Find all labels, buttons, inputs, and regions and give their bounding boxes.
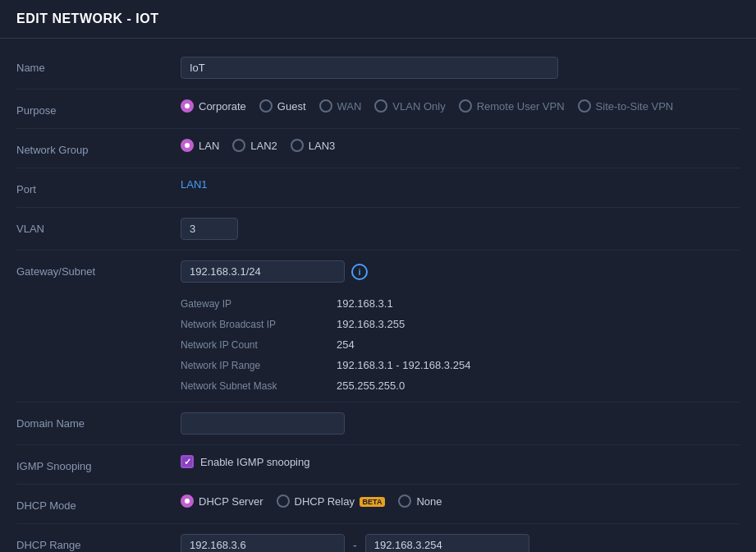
dhcp-server-option[interactable]: DHCP Server [181, 494, 263, 508]
page-container: EDIT NETWORK - IOT Name Purpose Corporat… [0, 0, 756, 552]
port-row: Port LAN1 [16, 168, 740, 208]
igmp-checkbox-label: Enable IGMP snooping [200, 456, 309, 468]
ip-count-label: Network IP Count [181, 339, 337, 351]
radio-label-dhcp-relay: DHCP Relay BETA [295, 495, 386, 508]
vlan-row: VLAN [16, 208, 740, 251]
network-group-lan3[interactable]: LAN3 [291, 139, 336, 152]
ip-count-value: 254 [337, 338, 355, 351]
dhcp-none-option[interactable]: None [398, 494, 442, 508]
page-header: EDIT NETWORK - IOT [0, 0, 756, 39]
radio-dot-lan3 [291, 139, 304, 152]
gateway-subnet-row: Gateway/Subnet i Gateway IP 192.168.3.1 … [16, 251, 740, 402]
gateway-ip-value: 192.168.3.1 [337, 297, 393, 310]
form-body: Name Purpose Corporate Guest WAN [0, 39, 756, 552]
ip-range-value: 192.168.3.1 - 192.168.3.254 [337, 359, 470, 371]
radio-label-lan: LAN [199, 140, 219, 152]
dhcp-mode-row: DHCP Mode DHCP Server DHCP Relay BETA No… [16, 485, 740, 524]
radio-dot-dhcp-none [398, 494, 411, 508]
purpose-vlan-only[interactable]: VLAN Only [374, 99, 445, 113]
radio-dot-lan [181, 139, 194, 152]
range-separator: - [353, 539, 357, 552]
domain-name-input[interactable] [181, 412, 345, 435]
radio-label-corporate: Corporate [199, 100, 246, 113]
network-group-radio-group: LAN LAN2 LAN3 [181, 139, 740, 152]
gateway-subnet-label: Gateway/Subnet [16, 260, 181, 278]
name-label: Name [16, 57, 181, 74]
broadcast-ip-row: Network Broadcast IP 192.168.3.255 [181, 318, 470, 330]
gateway-control-area: i Gateway IP 192.168.3.1 Network Broadca… [181, 260, 740, 392]
purpose-label: Purpose [16, 99, 181, 117]
radio-label-lan2: LAN2 [250, 140, 277, 152]
dhcp-range-end-input[interactable] [365, 534, 529, 552]
network-group-label: Network Group [16, 139, 181, 156]
port-value: LAN1 [181, 178, 208, 191]
ip-count-row: Network IP Count 254 [181, 338, 470, 351]
domain-name-row: Domain Name [16, 402, 740, 445]
gateway-details: Gateway IP 192.168.3.1 Network Broadcast… [181, 297, 470, 392]
igmp-checkbox-box [181, 455, 194, 468]
radio-label-vlan-only: VLAN Only [392, 100, 445, 113]
igmp-checkbox[interactable]: Enable IGMP snooping [181, 455, 309, 468]
vlan-control-area [181, 218, 740, 240]
info-icon[interactable]: i [351, 264, 368, 280]
radio-dot-corporate [181, 99, 194, 113]
radio-dot-guest [259, 99, 273, 113]
radio-label-lan3: LAN3 [309, 140, 336, 152]
radio-label-remote-vpn: Remote User VPN [477, 100, 565, 113]
dhcp-range-area: - [181, 534, 529, 552]
name-input[interactable] [181, 57, 558, 79]
gateway-top: i [181, 260, 368, 283]
name-control-area [181, 57, 740, 79]
radio-dot-dhcp-server [181, 494, 194, 508]
ip-range-row: Network IP Range 192.168.3.1 - 192.168.3… [181, 359, 470, 371]
radio-label-wan: WAN [337, 100, 362, 113]
network-group-row: Network Group LAN LAN2 LAN3 [16, 129, 740, 168]
igmp-row: IGMP Snooping Enable IGMP snooping [16, 445, 740, 485]
gateway-ip-label: Gateway IP [181, 298, 337, 310]
dhcp-relay-option[interactable]: DHCP Relay BETA [277, 494, 386, 508]
radio-label-dhcp-server: DHCP Server [199, 495, 263, 508]
port-label: Port [16, 178, 181, 196]
ip-range-label: Network IP Range [181, 360, 337, 371]
port-control-area: LAN1 [181, 178, 740, 191]
page-title: EDIT NETWORK - IOT [16, 12, 158, 25]
subnet-mask-row: Network Subnet Mask 255.255.255.0 [181, 380, 470, 392]
subnet-mask-label: Network Subnet Mask [181, 380, 337, 392]
radio-label-guest: Guest [277, 100, 306, 113]
dhcp-range-label: DHCP Range [16, 534, 181, 551]
purpose-wan[interactable]: WAN [319, 99, 362, 113]
dhcp-relay-text: DHCP Relay [295, 495, 355, 508]
subnet-mask-value: 255.255.255.0 [337, 380, 405, 392]
dhcp-mode-label: DHCP Mode [16, 494, 181, 512]
beta-badge: BETA [360, 497, 386, 507]
radio-dot-site-vpn [578, 99, 591, 113]
igmp-control-area: Enable IGMP snooping [181, 455, 740, 468]
radio-dot-lan2 [232, 139, 245, 152]
vlan-input[interactable] [181, 218, 238, 240]
radio-dot-dhcp-relay [277, 494, 290, 508]
network-group-lan[interactable]: LAN [181, 139, 219, 152]
network-group-lan2[interactable]: LAN2 [232, 139, 277, 152]
radio-label-site-vpn: Site-to-Site VPN [596, 100, 674, 113]
radio-dot-remote-vpn [459, 99, 472, 113]
dhcp-range-start-input[interactable] [181, 534, 345, 552]
igmp-label: IGMP Snooping [16, 455, 181, 472]
domain-name-label: Domain Name [16, 412, 181, 430]
broadcast-ip-label: Network Broadcast IP [181, 319, 337, 330]
radio-label-dhcp-none: None [416, 495, 442, 508]
vlan-label: VLAN [16, 218, 181, 235]
radio-dot-wan [319, 99, 332, 113]
purpose-site-vpn[interactable]: Site-to-Site VPN [578, 99, 674, 113]
gateway-ip-row: Gateway IP 192.168.3.1 [181, 297, 470, 310]
name-row: Name [16, 47, 740, 90]
broadcast-ip-value: 192.168.3.255 [337, 318, 405, 330]
domain-name-control-area [181, 412, 740, 435]
purpose-guest[interactable]: Guest [259, 99, 306, 113]
gateway-input[interactable] [181, 260, 345, 283]
dhcp-range-row: DHCP Range - [16, 524, 740, 552]
purpose-radio-group: Corporate Guest WAN VLAN Only Remote Use… [181, 99, 740, 113]
purpose-remote-vpn[interactable]: Remote User VPN [459, 99, 565, 113]
radio-dot-vlan-only [374, 99, 387, 113]
purpose-corporate[interactable]: Corporate [181, 99, 246, 113]
dhcp-mode-radio-group: DHCP Server DHCP Relay BETA None [181, 494, 740, 508]
